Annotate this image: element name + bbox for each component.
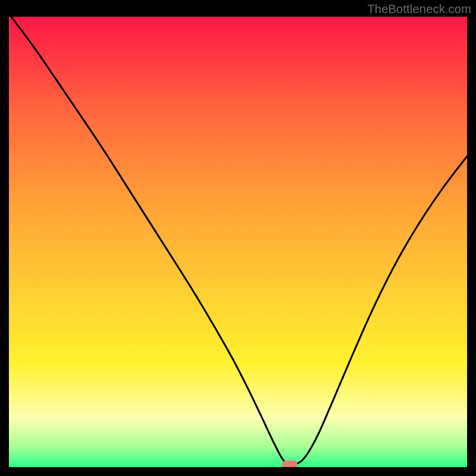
plot-area: [9, 17, 467, 467]
watermark-text: TheBottleneck.com: [367, 2, 471, 16]
optimal-point-marker: [282, 461, 298, 467]
bottleneck-chart-figure: TheBottleneck.com: [0, 0, 476, 476]
bottleneck-curve: [9, 17, 467, 467]
